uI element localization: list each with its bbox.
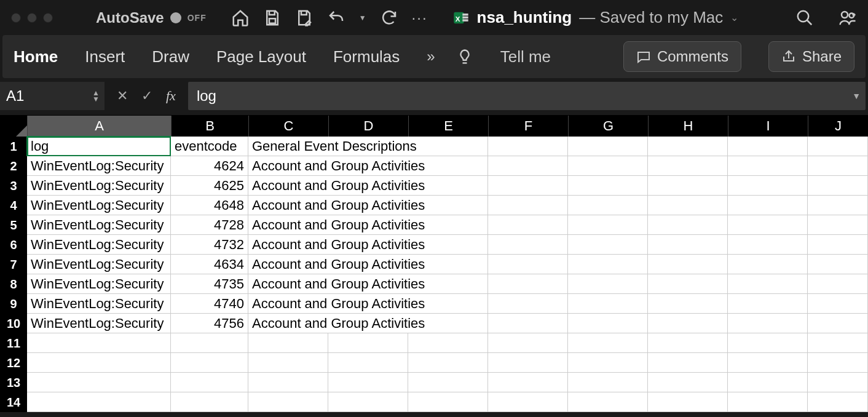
home-icon[interactable] <box>231 9 250 27</box>
cell[interactable] <box>488 353 568 373</box>
cell[interactable] <box>728 314 808 333</box>
cell[interactable] <box>408 373 488 392</box>
select-all-corner[interactable] <box>0 116 27 137</box>
cell[interactable] <box>488 215 568 235</box>
document-title[interactable]: X nsa_hunting — Saved to my Mac ⌄ <box>452 8 739 27</box>
cell[interactable] <box>728 235 808 255</box>
col-header-D[interactable]: D <box>328 116 408 137</box>
cell[interactable] <box>648 392 728 412</box>
cell[interactable] <box>171 392 248 412</box>
cell[interactable] <box>328 333 408 353</box>
cell[interactable]: 4648 <box>171 196 248 215</box>
cell[interactable] <box>27 373 171 392</box>
undo-dropdown-icon[interactable]: ▼ <box>359 14 366 22</box>
cell[interactable] <box>728 156 808 176</box>
cell[interactable] <box>648 215 728 235</box>
cell[interactable] <box>808 333 868 353</box>
cell[interactable] <box>248 373 328 392</box>
cell[interactable] <box>488 255 568 274</box>
cell[interactable]: WinEventLog:Security <box>27 156 171 176</box>
col-header-G[interactable]: G <box>568 116 648 137</box>
row-header[interactable]: 10 <box>0 314 27 333</box>
cell[interactable] <box>728 333 808 353</box>
cell[interactable] <box>728 137 808 156</box>
search-icon[interactable] <box>795 9 814 27</box>
cell[interactable] <box>808 373 868 392</box>
tab-page-layout[interactable]: Page Layout <box>216 47 306 66</box>
cell[interactable] <box>27 333 171 353</box>
maximize-window[interactable] <box>43 13 53 23</box>
col-header-F[interactable]: F <box>488 116 568 137</box>
col-header-C[interactable]: C <box>248 116 328 137</box>
more-qat-icon[interactable]: ··· <box>412 9 428 26</box>
cell[interactable] <box>568 274 648 294</box>
name-box[interactable]: A1 ▲▼ <box>0 82 105 110</box>
row-header[interactable]: 3 <box>0 176 27 196</box>
cell[interactable] <box>808 353 868 373</box>
title-dropdown-icon[interactable]: ⌄ <box>730 12 738 23</box>
cell[interactable] <box>648 255 728 274</box>
col-header-J[interactable]: J <box>808 116 868 137</box>
cell[interactable] <box>488 373 568 392</box>
cell[interactable] <box>568 196 648 215</box>
chevron-down-icon[interactable]: ▼ <box>92 96 100 102</box>
cell[interactable] <box>808 156 868 176</box>
cell[interactable] <box>488 392 568 412</box>
cell[interactable]: WinEventLog:Security <box>27 176 171 196</box>
cell[interactable] <box>171 353 248 373</box>
cell[interactable] <box>568 392 648 412</box>
cell[interactable] <box>648 235 728 255</box>
cell[interactable] <box>728 294 808 314</box>
cell[interactable] <box>328 353 408 373</box>
cell[interactable] <box>408 392 488 412</box>
cell[interactable] <box>488 235 568 255</box>
col-header-E[interactable]: E <box>408 116 488 137</box>
close-window[interactable] <box>11 13 21 23</box>
row-header[interactable]: 12 <box>0 353 27 373</box>
cell[interactable] <box>728 255 808 274</box>
cell[interactable] <box>728 353 808 373</box>
cell[interactable] <box>808 196 868 215</box>
cell[interactable]: WinEventLog:Security <box>27 314 171 333</box>
col-header-I[interactable]: I <box>728 116 808 137</box>
row-header[interactable]: 14 <box>0 392 27 412</box>
cell[interactable] <box>808 215 868 235</box>
share-button[interactable]: Share <box>768 41 854 72</box>
cell[interactable] <box>808 294 868 314</box>
cell[interactable] <box>171 373 248 392</box>
save-as-icon[interactable] <box>295 9 314 27</box>
cell[interactable] <box>248 333 328 353</box>
cell[interactable] <box>568 373 648 392</box>
cell[interactable] <box>648 373 728 392</box>
cell[interactable] <box>728 215 808 235</box>
col-header-B[interactable]: B <box>171 116 248 137</box>
cancel-formula-icon[interactable]: ✕ <box>117 88 128 104</box>
cell[interactable]: WinEventLog:Security <box>27 235 171 255</box>
tab-insert[interactable]: Insert <box>85 47 125 66</box>
formula-input[interactable]: log ▼ <box>188 82 866 110</box>
cell[interactable] <box>568 255 648 274</box>
autosave-toggle[interactable]: AutoSave OFF <box>96 9 207 26</box>
cell[interactable] <box>728 196 808 215</box>
cell[interactable] <box>488 294 568 314</box>
cell[interactable] <box>808 274 868 294</box>
cell[interactable] <box>728 274 808 294</box>
cell[interactable]: 4728 <box>171 215 248 235</box>
cell[interactable] <box>808 235 868 255</box>
more-tabs-icon[interactable]: » <box>427 48 435 65</box>
cell[interactable]: 4735 <box>171 274 248 294</box>
row-header[interactable]: 9 <box>0 294 27 314</box>
tab-home[interactable]: Home <box>14 47 58 66</box>
cell[interactable]: WinEventLog:Security <box>27 255 171 274</box>
row-header[interactable]: 6 <box>0 235 27 255</box>
redo-icon[interactable] <box>380 9 398 27</box>
cell[interactable] <box>808 314 868 333</box>
cell[interactable] <box>808 137 868 156</box>
row-header[interactable]: 2 <box>0 156 27 176</box>
cell[interactable]: WinEventLog:Security <box>27 274 171 294</box>
cell[interactable] <box>568 353 648 373</box>
tell-me-input[interactable]: Tell me <box>500 47 551 66</box>
cell[interactable]: eventcode <box>171 137 248 156</box>
cell[interactable] <box>408 333 488 353</box>
cell[interactable]: 4740 <box>171 294 248 314</box>
